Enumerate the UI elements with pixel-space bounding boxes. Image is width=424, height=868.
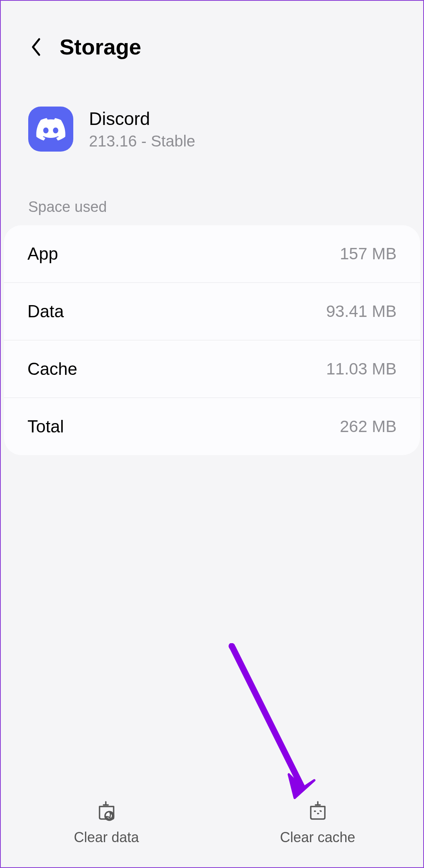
row-cache: Cache 11.03 MB [4, 340, 420, 398]
row-label: Total [27, 417, 64, 436]
discord-icon [36, 118, 65, 141]
app-name: Discord [89, 108, 195, 129]
row-app: App 157 MB [4, 225, 420, 283]
clear-data-label: Clear data [74, 829, 139, 846]
row-data: Data 93.41 MB [4, 283, 420, 340]
app-version: 213.16 - Stable [89, 132, 195, 150]
section-label: Space used [1, 171, 423, 225]
app-details: Discord 213.16 - Stable [89, 108, 195, 150]
row-value: 262 MB [340, 417, 397, 436]
row-total: Total 262 MB [4, 398, 420, 455]
app-icon [28, 107, 73, 152]
row-value: 11.03 MB [326, 360, 397, 378]
clear-cache-button[interactable]: Clear cache [212, 799, 423, 846]
page-header: Storage [1, 1, 423, 71]
bottom-bar: Clear data Clear cache [1, 787, 423, 867]
clear-cache-label: Clear cache [280, 829, 355, 846]
page-title: Storage [60, 34, 141, 60]
clear-cache-icon [306, 799, 330, 822]
chevron-left-icon [31, 38, 42, 56]
storage-card: App 157 MB Data 93.41 MB Cache 11.03 MB … [4, 225, 420, 455]
clear-data-button[interactable]: Clear data [1, 799, 212, 846]
row-label: Cache [27, 359, 77, 379]
back-button[interactable] [28, 39, 44, 55]
clear-data-icon [95, 799, 118, 822]
row-label: App [27, 244, 58, 264]
row-label: Data [27, 302, 64, 321]
row-value: 93.41 MB [326, 302, 397, 321]
app-info: Discord 213.16 - Stable [1, 71, 423, 171]
row-value: 157 MB [340, 244, 397, 263]
